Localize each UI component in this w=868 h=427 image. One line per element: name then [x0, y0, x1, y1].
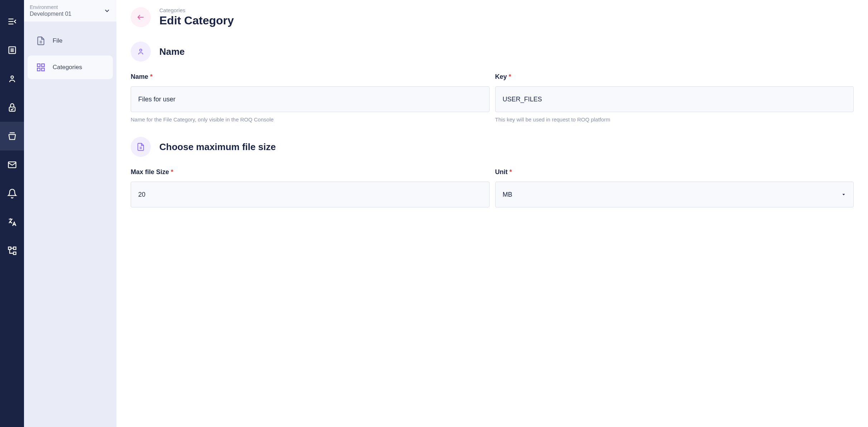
svg-rect-17	[37, 68, 40, 71]
key-help-text: This key will be used in request to ROQ …	[495, 116, 854, 123]
file-icon	[136, 143, 145, 151]
key-input[interactable]	[495, 86, 854, 112]
menu-collapse-icon	[7, 16, 17, 27]
page-header: Categories Edit Category	[131, 7, 854, 27]
svg-point-20	[140, 49, 142, 51]
sidebar-menu: File Categories	[24, 22, 116, 89]
svg-rect-16	[42, 64, 44, 67]
nav-item-list[interactable]	[0, 36, 24, 64]
unit-select-value: MB	[503, 191, 512, 198]
svg-rect-18	[42, 68, 44, 71]
lock-check-icon	[7, 102, 17, 112]
maxsize-label: Max file Size *	[131, 168, 490, 176]
nav-item-user[interactable]	[0, 64, 24, 93]
environment-name: Development 01	[30, 11, 72, 17]
unit-label: Unit *	[495, 168, 854, 176]
nav-item-mail[interactable]	[0, 150, 24, 179]
section-title: Name	[159, 46, 185, 57]
page-title: Edit Category	[159, 14, 234, 27]
arrow-left-icon	[136, 13, 145, 21]
environment-selector[interactable]: Environment Development 01	[24, 0, 116, 22]
form-group-maxsize: Max file Size *	[131, 168, 490, 207]
nav-item-notifications[interactable]	[0, 179, 24, 208]
chevron-down-icon	[103, 7, 111, 14]
nav-item-translate[interactable]	[0, 208, 24, 236]
person-icon	[136, 47, 145, 56]
sidebar-item-categories[interactable]: Categories	[28, 56, 113, 79]
sidebar-item-label: Categories	[53, 64, 82, 71]
nav-toggle-button[interactable]	[0, 7, 24, 36]
user-icon	[7, 74, 17, 84]
hierarchy-icon	[7, 246, 17, 256]
svg-marker-23	[843, 194, 845, 195]
svg-rect-15	[37, 64, 40, 67]
file-icon	[36, 36, 45, 45]
sidebar-item-file[interactable]: File	[28, 29, 113, 53]
list-icon	[7, 45, 17, 55]
svg-rect-12	[13, 252, 16, 255]
section-icon-wrapper	[131, 137, 151, 157]
svg-point-7	[11, 76, 13, 78]
main-content: Categories Edit Category Name Name * Nam…	[116, 0, 868, 427]
name-help-text: Name for the File Category, only visible…	[131, 116, 490, 123]
section-title: Choose maximum file size	[159, 141, 276, 153]
mail-icon	[7, 160, 17, 170]
form-group-name: Name * Name for the File Category, only …	[131, 73, 490, 123]
bell-icon	[7, 188, 17, 198]
name-label: Name *	[131, 73, 490, 81]
maxsize-input[interactable]	[131, 182, 490, 207]
nav-rail	[0, 0, 24, 427]
section-icon-wrapper	[131, 42, 151, 62]
name-input[interactable]	[131, 86, 490, 112]
grid-icon	[36, 63, 45, 72]
form-group-unit: Unit * MB	[495, 168, 854, 207]
unit-select[interactable]: MB	[495, 182, 854, 207]
section-filesize: Choose maximum file size Max file Size *…	[131, 137, 854, 207]
section-name: Name Name * Name for the File Category, …	[131, 42, 854, 123]
dropdown-icon	[841, 192, 846, 197]
translate-icon	[7, 217, 17, 227]
svg-rect-10	[8, 247, 11, 250]
sidebar-item-label: File	[53, 37, 62, 44]
archive-icon	[7, 131, 17, 141]
svg-rect-11	[13, 247, 16, 250]
nav-item-hierarchy[interactable]	[0, 236, 24, 265]
environment-label: Environment	[30, 4, 72, 10]
nav-item-security[interactable]	[0, 93, 24, 122]
form-group-key: Key * This key will be used in request t…	[495, 73, 854, 123]
sidebar: Environment Development 01 File Categor	[24, 0, 116, 427]
breadcrumb: Categories	[159, 7, 234, 13]
back-button[interactable]	[131, 7, 151, 27]
key-label: Key *	[495, 73, 854, 81]
nav-item-files[interactable]	[0, 122, 24, 150]
